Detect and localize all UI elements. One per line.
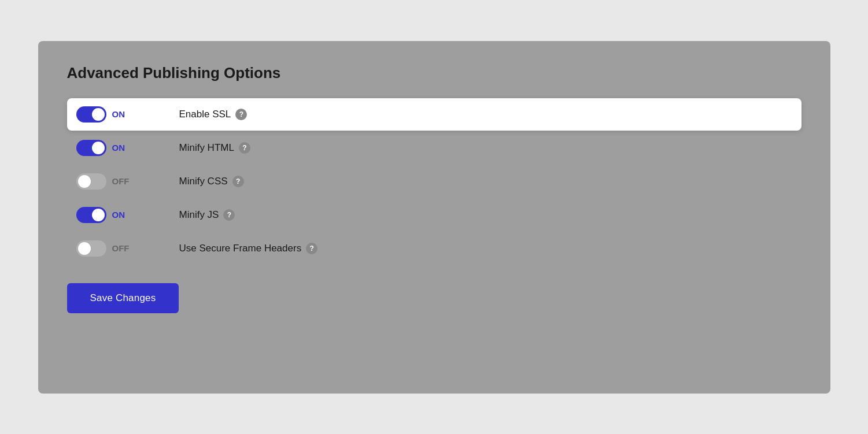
toggle-enable-ssl[interactable] <box>76 106 106 123</box>
toggle-thumb-minify-css <box>78 175 91 188</box>
help-icon-minify-css: ? <box>232 176 244 187</box>
toggle-minify-html[interactable] <box>76 140 106 156</box>
help-icon-secure-frame-headers: ? <box>306 243 317 254</box>
toggle-minify-js[interactable] <box>76 207 106 223</box>
toggle-label-minify-js: ON <box>112 210 130 220</box>
setting-row-secure-frame-headers: OFF Use Secure Frame Headers ? <box>67 232 801 265</box>
setting-name-enable-ssl: Enable SSL ? <box>179 109 248 120</box>
setting-row-minify-html: ON Minify HTML ? <box>67 132 801 164</box>
save-changes-button[interactable]: Save Changes <box>67 283 179 313</box>
toggle-label-enable-ssl: ON <box>112 109 130 119</box>
toggle-thumb-minify-js <box>92 209 105 221</box>
help-icon-minify-html: ? <box>239 142 250 154</box>
toggle-container-minify-js: ON <box>76 207 169 223</box>
toggle-label-minify-css: OFF <box>112 176 130 186</box>
toggle-thumb-secure-frame-headers <box>78 242 91 255</box>
setting-row-minify-css: OFF Minify CSS ? <box>67 165 801 198</box>
setting-name-secure-frame-headers: Use Secure Frame Headers ? <box>179 243 318 254</box>
settings-panel: Advanced Publishing Options ON Enable SS… <box>38 41 830 394</box>
help-icon-enable-ssl: ? <box>235 109 247 120</box>
settings-list: ON Enable SSL ? ON Minify HTML ? <box>67 98 801 266</box>
toggle-thumb-minify-html <box>92 142 105 154</box>
setting-name-minify-html: Minify HTML ? <box>179 142 250 154</box>
page-title: Advanced Publishing Options <box>67 64 801 82</box>
toggle-container-secure-frame-headers: OFF <box>76 240 169 257</box>
toggle-thumb-enable-ssl <box>92 108 105 121</box>
toggle-container-minify-html: ON <box>76 140 169 156</box>
toggle-secure-frame-headers[interactable] <box>76 240 106 257</box>
setting-name-minify-js: Minify JS ? <box>179 209 235 221</box>
toggle-label-secure-frame-headers: OFF <box>112 243 130 253</box>
setting-name-minify-css: Minify CSS ? <box>179 176 244 187</box>
setting-row-enable-ssl: ON Enable SSL ? <box>67 98 801 131</box>
toggle-container-minify-css: OFF <box>76 173 169 190</box>
toggle-label-minify-html: ON <box>112 143 130 153</box>
toggle-container-enable-ssl: ON <box>76 106 169 123</box>
help-icon-minify-js: ? <box>223 209 235 221</box>
toggle-minify-css[interactable] <box>76 173 106 190</box>
setting-row-minify-js: ON Minify JS ? <box>67 199 801 231</box>
